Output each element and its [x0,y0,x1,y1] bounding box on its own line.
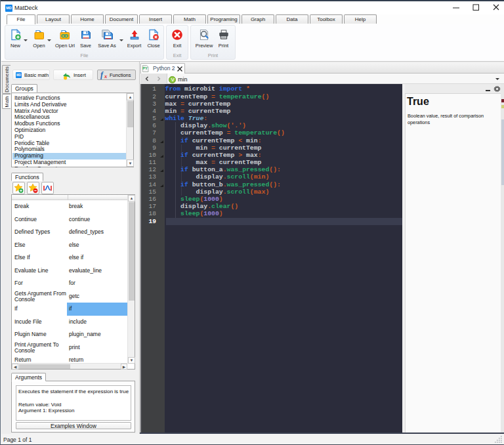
svg-text:PY: PY [142,66,148,70]
